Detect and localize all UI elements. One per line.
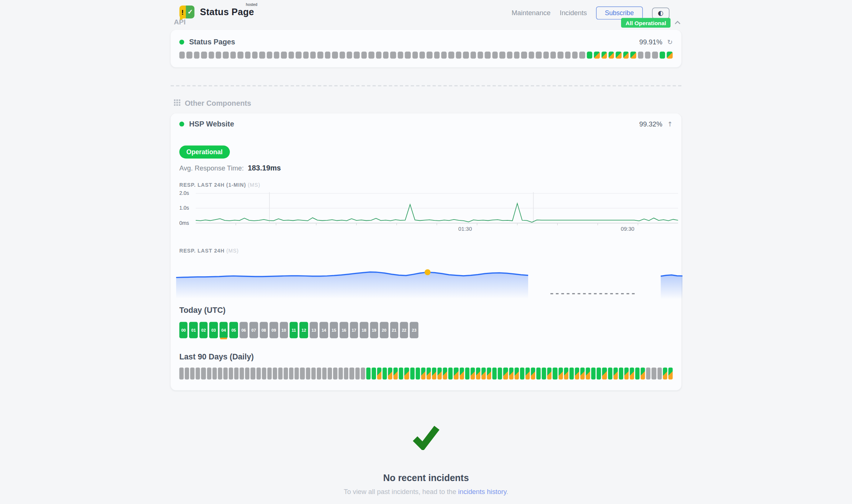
hour-block-03[interactable]: 03 bbox=[209, 322, 218, 338]
uptime-bar-nodata[interactable] bbox=[344, 368, 349, 379]
uptime-bar-partial[interactable] bbox=[526, 368, 530, 379]
uptime-bar-partial[interactable] bbox=[580, 368, 585, 379]
uptime-bar-partial[interactable] bbox=[564, 368, 568, 379]
uptime-bar-nodata[interactable] bbox=[218, 368, 222, 379]
uptime-bar-partial[interactable] bbox=[426, 368, 431, 379]
collapse-chevron-icon[interactable] bbox=[674, 21, 681, 25]
uptime-bar-nodata[interactable] bbox=[339, 51, 345, 58]
uptime-bar-nodata[interactable] bbox=[245, 51, 250, 58]
uptime-bar-nodata[interactable] bbox=[514, 51, 520, 58]
uptime-bar-nodata[interactable] bbox=[194, 51, 199, 58]
response-time-area-chart[interactable] bbox=[179, 258, 672, 303]
uptime-bar-nodata[interactable] bbox=[355, 368, 359, 379]
uptime-bar-nodata[interactable] bbox=[310, 51, 316, 58]
uptime-bar-nodata[interactable] bbox=[638, 51, 643, 58]
uptime-bar-nodata[interactable] bbox=[558, 51, 563, 58]
uptime-bar-nodata[interactable] bbox=[240, 368, 244, 379]
uptime-bar-nodata[interactable] bbox=[350, 368, 354, 379]
hour-block-04[interactable]: 04 bbox=[219, 322, 228, 338]
hour-block-14[interactable]: 14 bbox=[320, 322, 328, 338]
refresh-icon[interactable]: ↻ bbox=[667, 38, 673, 46]
uptime-bar-partial[interactable] bbox=[509, 368, 513, 379]
uptime-bar-partial[interactable] bbox=[459, 368, 464, 379]
uptime-bar-up[interactable] bbox=[498, 368, 502, 379]
uptime-bar-nodata[interactable] bbox=[456, 51, 462, 58]
uptime-bar-nodata[interactable] bbox=[284, 368, 288, 379]
uptime-bar-nodata[interactable] bbox=[550, 51, 556, 58]
uptime-bar-partial[interactable] bbox=[487, 368, 492, 379]
uptime-bar-partial[interactable] bbox=[470, 368, 475, 379]
hour-block-17[interactable]: 17 bbox=[350, 322, 358, 338]
uptime-bar-nodata[interactable] bbox=[306, 368, 310, 379]
uptime-bar-partial[interactable] bbox=[623, 51, 629, 58]
uptime-bar-nodata[interactable] bbox=[449, 51, 454, 58]
uptime-bar-up[interactable] bbox=[597, 368, 601, 379]
uptime-bar-nodata[interactable] bbox=[521, 51, 527, 58]
hour-block-02[interactable]: 02 bbox=[199, 322, 208, 338]
nav-incidents[interactable]: Incidents bbox=[560, 9, 587, 17]
uptime-bar-nodata[interactable] bbox=[266, 51, 272, 58]
uptime-bar-partial[interactable] bbox=[663, 368, 667, 379]
hour-block-16[interactable]: 16 bbox=[340, 322, 348, 338]
uptime-bar-nodata[interactable] bbox=[262, 368, 266, 379]
uptime-bar-partial[interactable] bbox=[602, 368, 607, 379]
uptime-bar-nodata[interactable] bbox=[274, 51, 279, 58]
hour-block-01[interactable]: 01 bbox=[189, 322, 198, 338]
uptime-bar-nodata[interactable] bbox=[256, 368, 261, 379]
hour-block-00[interactable]: 00 bbox=[179, 322, 188, 338]
uptime-bar-nodata[interactable] bbox=[317, 368, 321, 379]
uptime-bar-nodata[interactable] bbox=[278, 368, 283, 379]
uptime-bar-up[interactable] bbox=[449, 368, 453, 379]
uptime-bar-nodata[interactable] bbox=[179, 368, 184, 379]
uptime-bar-partial[interactable] bbox=[393, 368, 398, 379]
uptime-bar-nodata[interactable] bbox=[463, 51, 469, 58]
uptime-bar-nodata[interactable] bbox=[201, 51, 207, 58]
uptime-bar-partial[interactable] bbox=[668, 368, 672, 379]
uptime-bar-nodata[interactable] bbox=[201, 368, 206, 379]
uptime-bar-nodata[interactable] bbox=[405, 51, 410, 58]
uptime-bar-nodata[interactable] bbox=[565, 51, 570, 58]
uptime-bar-nodata[interactable] bbox=[369, 51, 374, 58]
uptime-bar-partial[interactable] bbox=[624, 368, 629, 379]
uptime-bar-nodata[interactable] bbox=[376, 51, 381, 58]
uptime-bar-nodata[interactable] bbox=[208, 51, 214, 58]
uptime-bar-up[interactable] bbox=[591, 368, 596, 379]
uptime-bar-partial[interactable] bbox=[421, 368, 426, 379]
uptime-bar-up[interactable] bbox=[542, 368, 546, 379]
uptime-bar-strip[interactable] bbox=[179, 51, 672, 58]
uptime-bar-up[interactable] bbox=[536, 368, 541, 379]
uptime-bar-up[interactable] bbox=[553, 368, 557, 379]
hour-block-09[interactable]: 09 bbox=[269, 322, 278, 338]
uptime-bar-nodata[interactable] bbox=[212, 368, 217, 379]
hour-block-19[interactable]: 19 bbox=[370, 322, 378, 338]
theme-toggle-button[interactable]: ◐ bbox=[652, 7, 670, 19]
uptime-bar-nodata[interactable] bbox=[273, 368, 277, 379]
uptime-bar-nodata[interactable] bbox=[289, 368, 293, 379]
uptime-bar-nodata[interactable] bbox=[187, 51, 192, 58]
hour-block-15[interactable]: 15 bbox=[330, 322, 338, 338]
uptime-bar-up[interactable] bbox=[410, 368, 415, 379]
response-time-line-chart[interactable]: 2.0s 1.0s 0ms 01:30 09:30 bbox=[179, 190, 672, 237]
uptime-bar-nodata[interactable] bbox=[507, 51, 512, 58]
uptime-bar-partial[interactable] bbox=[476, 368, 480, 379]
uptime-bar-nodata[interactable] bbox=[536, 51, 541, 58]
uptime-bar-nodata[interactable] bbox=[281, 51, 287, 58]
uptime-bar-nodata[interactable] bbox=[223, 51, 228, 58]
uptime-bar-up[interactable] bbox=[587, 51, 592, 58]
uptime-bar-nodata[interactable] bbox=[333, 368, 338, 379]
hour-block-13[interactable]: 13 bbox=[310, 322, 318, 338]
uptime-bar-partial[interactable] bbox=[405, 368, 409, 379]
uptime-bar-partial[interactable] bbox=[547, 368, 552, 379]
uptime-bar-partial[interactable] bbox=[630, 368, 634, 379]
uptime-bar-partial[interactable] bbox=[616, 51, 621, 58]
overall-status-badge[interactable]: All Operational bbox=[621, 18, 671, 27]
uptime-bar-up[interactable] bbox=[399, 368, 403, 379]
uptime-bar-nodata[interactable] bbox=[196, 368, 200, 379]
uptime-bar-nodata[interactable] bbox=[427, 51, 432, 58]
uptime-bar-nodata[interactable] bbox=[361, 51, 367, 58]
uptime-bar-nodata[interactable] bbox=[318, 51, 323, 58]
uptime-bar-partial[interactable] bbox=[503, 368, 508, 379]
uptime-bar-partial[interactable] bbox=[667, 51, 672, 58]
today-hour-strip[interactable]: 0001020304050607080910111213141516171819… bbox=[179, 322, 418, 338]
uptime-bar-up[interactable] bbox=[569, 368, 574, 379]
